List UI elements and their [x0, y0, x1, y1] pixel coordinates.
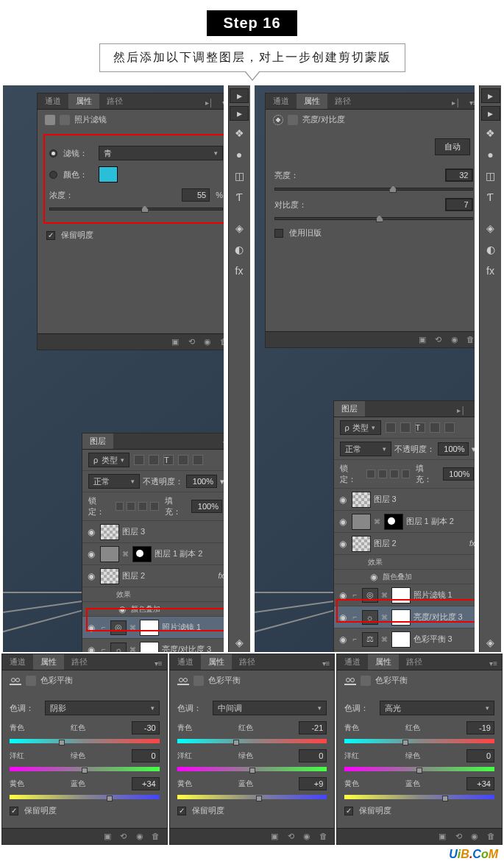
- tab-channels[interactable]: 通道: [38, 93, 68, 109]
- visibility-icon[interactable]: ◉: [337, 495, 349, 505]
- visibility-icon[interactable]: ◉: [337, 539, 349, 549]
- tab-channels[interactable]: 通道: [2, 654, 33, 670]
- opacity-input[interactable]: 100%: [186, 475, 217, 488]
- contrast-input[interactable]: 7: [445, 198, 473, 211]
- tab-properties[interactable]: 属性: [201, 654, 232, 670]
- tone-select[interactable]: 中间调▾: [213, 701, 327, 715]
- layer-name[interactable]: 图层 3: [374, 494, 475, 505]
- tab-properties[interactable]: 属性: [297, 93, 327, 109]
- reset-icon[interactable]: ⟲: [118, 832, 129, 842]
- tab-paths[interactable]: 路径: [99, 93, 130, 109]
- layer-row[interactable]: ◉图层 3: [334, 651, 475, 652]
- clip-icon[interactable]: ▣: [170, 337, 180, 347]
- menu-icon[interactable]: ▾≡: [465, 96, 475, 109]
- tool-tab-icon[interactable]: ▸: [230, 106, 249, 121]
- tab-layers[interactable]: 图层: [334, 401, 365, 417]
- filter-type-select[interactable]: ρ类型▾: [340, 420, 381, 435]
- menu-icon[interactable]: ▾≡: [219, 436, 223, 449]
- layer-name[interactable]: 图层 2: [122, 570, 215, 581]
- tool-tab-icon[interactable]: ▸: [481, 106, 500, 121]
- cyan-red-input[interactable]: -21: [299, 721, 327, 734]
- link-icon[interactable]: ⌘: [381, 614, 388, 621]
- layer-effect[interactable]: 效果: [82, 587, 224, 602]
- delete-icon[interactable]: 🗑: [318, 832, 328, 842]
- collapse-icon[interactable]: ▸│: [201, 96, 218, 109]
- cyan-red-input[interactable]: -19: [466, 721, 494, 734]
- lock-all-icon[interactable]: [402, 470, 411, 478]
- reset-icon[interactable]: ⟲: [285, 832, 296, 842]
- filter-type-icon[interactable]: T: [163, 455, 174, 465]
- layer-name[interactable]: 色彩平衡 3: [414, 634, 475, 645]
- layer-thumbnail[interactable]: [100, 568, 119, 584]
- layer-name[interactable]: 图层 3: [122, 526, 224, 537]
- layer-row[interactable]: ◉⌐◎⌘照片滤镜 1: [334, 584, 475, 606]
- checkbox-preserve-luminosity[interactable]: [344, 807, 353, 815]
- lock-pixel-icon[interactable]: [378, 470, 387, 478]
- filter-select[interactable]: 青▾: [99, 146, 223, 160]
- lock-pixel-icon[interactable]: [127, 502, 135, 511]
- layer-thumbnail[interactable]: [100, 546, 119, 562]
- visibility-icon[interactable]: ◉: [450, 335, 460, 345]
- layer-name[interactable]: 图层 1 副本 2: [406, 516, 475, 527]
- lock-trans-icon[interactable]: [116, 502, 124, 511]
- tab-paths[interactable]: 路径: [232, 654, 263, 670]
- auto-button[interactable]: 自动: [435, 138, 470, 155]
- magenta-green-slider[interactable]: [10, 767, 160, 771]
- layer-mask-thumbnail[interactable]: [140, 620, 159, 636]
- link-icon[interactable]: ⌘: [129, 624, 137, 631]
- reset-icon[interactable]: ⟲: [433, 335, 444, 345]
- fill-input[interactable]: 100%: [191, 500, 222, 513]
- tool-fx-icon[interactable]: fx: [481, 261, 500, 280]
- layer-name[interactable]: 照片滤镜 1: [414, 589, 475, 601]
- fill-input[interactable]: 100%: [443, 467, 474, 481]
- layer-mask-thumbnail[interactable]: [391, 609, 411, 626]
- yellow-blue-input[interactable]: +34: [466, 777, 494, 790]
- tab-layers[interactable]: 图层: [82, 433, 113, 449]
- tool-diamond-icon[interactable]: ◈: [230, 219, 249, 238]
- cyan-red-slider[interactable]: [10, 739, 160, 743]
- menu-icon[interactable]: ▾≡: [318, 657, 335, 670]
- menu-icon[interactable]: ▾≡: [150, 657, 167, 670]
- filter-shape-icon[interactable]: [178, 455, 188, 465]
- lock-all-icon[interactable]: [150, 502, 159, 511]
- tool-brush-icon[interactable]: Ƭ: [481, 188, 500, 207]
- radio-filter[interactable]: [49, 149, 57, 157]
- tab-paths[interactable]: 路径: [64, 654, 95, 670]
- filter-smart-icon[interactable]: [193, 455, 203, 465]
- visibility-icon[interactable]: ◉: [337, 612, 349, 623]
- tool-sphere-icon[interactable]: ●: [230, 145, 249, 164]
- layer-row[interactable]: ◉⌐⚖⌘色彩平衡 3: [334, 628, 475, 651]
- blend-mode-select[interactable]: 正常▾: [340, 442, 391, 456]
- checkbox-preserve-luminosity[interactable]: [46, 231, 55, 240]
- layer-thumbnail[interactable]: [352, 492, 371, 508]
- brightness-slider[interactable]: [274, 188, 473, 191]
- link-icon[interactable]: ⌘: [381, 636, 388, 643]
- layer-row[interactable]: ◉图层 2fx ▾: [82, 565, 224, 587]
- visibility-icon[interactable]: ◉: [469, 832, 480, 842]
- menu-icon[interactable]: ▾≡: [218, 96, 223, 109]
- yellow-blue-input[interactable]: +34: [132, 777, 160, 790]
- collapse-icon[interactable]: ▸│: [447, 96, 464, 109]
- link-icon[interactable]: ⌘: [381, 592, 388, 599]
- collapse-icon[interactable]: ▸│: [452, 404, 469, 417]
- layer-name[interactable]: 亮度/对比度 3: [414, 612, 475, 623]
- filter-pixel-icon[interactable]: [386, 422, 396, 433]
- layer-mask-thumbnail[interactable]: [140, 642, 159, 653]
- tool-brush-icon[interactable]: Ƭ: [230, 188, 249, 207]
- tool-sphere-icon[interactable]: ●: [481, 145, 500, 164]
- tool-tab-icon[interactable]: ▸: [230, 88, 249, 103]
- tool-swatches-icon[interactable]: ❖: [230, 124, 249, 143]
- tab-paths[interactable]: 路径: [327, 93, 358, 109]
- filter-adjust-icon[interactable]: [400, 422, 411, 433]
- filter-type-icon[interactable]: T: [415, 422, 425, 433]
- delete-icon[interactable]: 🗑: [151, 832, 161, 842]
- visibility-icon[interactable]: ◉: [368, 572, 380, 582]
- visibility-icon[interactable]: ◉: [85, 645, 97, 653]
- reset-icon[interactable]: ⟲: [453, 832, 464, 842]
- tab-properties[interactable]: 属性: [368, 654, 399, 670]
- tool-circle-icon[interactable]: ◐: [481, 240, 500, 259]
- delete-icon[interactable]: 🗑: [219, 337, 224, 347]
- fx-badge[interactable]: fx ▾: [218, 572, 223, 580]
- tool-layers-icon[interactable]: ◈: [481, 633, 500, 652]
- layer-row[interactable]: ◉⌘图层 1 副本 2: [82, 543, 224, 565]
